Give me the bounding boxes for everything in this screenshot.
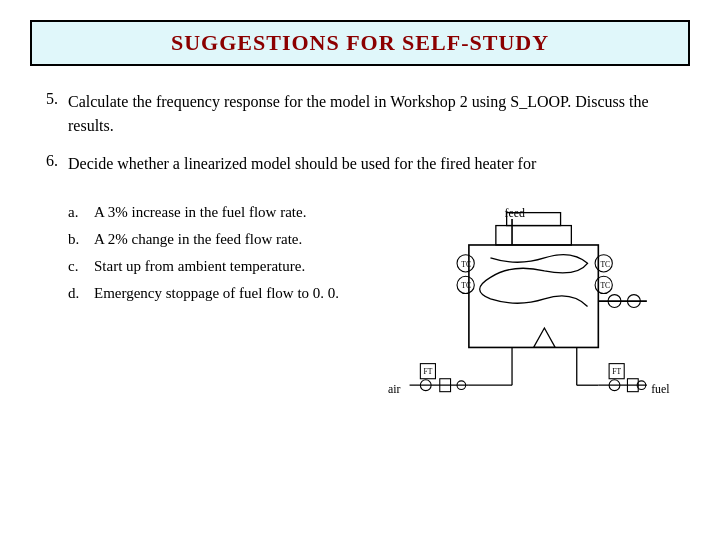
svg-text:TC: TC xyxy=(600,281,610,290)
svg-marker-4 xyxy=(534,328,556,347)
list-item-6: 6. Decide whether a linearized model sho… xyxy=(30,152,690,176)
title-box: SUGGESTIONS FOR SELF-STUDY xyxy=(30,20,690,66)
sub-section: a. A 3% increase in the fuel flow rate. … xyxy=(30,202,690,433)
sub-item-c: c. Start up from ambient temperature. xyxy=(68,256,368,277)
item-number-6: 6. xyxy=(30,152,58,170)
air-label: air xyxy=(388,382,401,396)
content-area: 5. Calculate the frequency response for … xyxy=(30,90,690,520)
diagram-area: feed air xyxy=(388,202,690,433)
sub-label-d: d. xyxy=(68,283,88,304)
page: SUGGESTIONS FOR SELF-STUDY 5. Calculate … xyxy=(0,0,720,540)
item-text-5: Calculate the frequency response for the… xyxy=(68,90,690,138)
list-item-5: 5. Calculate the frequency response for … xyxy=(30,90,690,138)
sub-label-a: a. xyxy=(68,202,88,223)
svg-text:TC: TC xyxy=(461,281,471,290)
fuel-label: fuel xyxy=(651,382,670,396)
spacer xyxy=(30,202,58,433)
sub-label-b: b. xyxy=(68,229,88,250)
page-title: SUGGESTIONS FOR SELF-STUDY xyxy=(171,30,549,55)
svg-text:FT: FT xyxy=(612,367,621,376)
svg-rect-2 xyxy=(496,226,572,245)
fired-heater-diagram: feed air xyxy=(388,202,690,433)
sub-text-c: Start up from ambient temperature. xyxy=(94,256,305,277)
sub-item-b: b. A 2% change in the feed flow rate. xyxy=(68,229,368,250)
svg-text:TC: TC xyxy=(461,260,471,269)
sub-list: a. A 3% increase in the fuel flow rate. … xyxy=(68,202,368,433)
sub-label-c: c. xyxy=(68,256,88,277)
item-number-5: 5. xyxy=(30,90,58,108)
sub-text-a: A 3% increase in the fuel flow rate. xyxy=(94,202,306,223)
sub-text-d: Emergency stoppage of fuel flow to 0. 0. xyxy=(94,283,339,304)
sub-item-d: d. Emergency stoppage of fuel flow to 0.… xyxy=(68,283,368,304)
sub-item-a: a. A 3% increase in the fuel flow rate. xyxy=(68,202,368,223)
svg-text:FT: FT xyxy=(424,367,433,376)
svg-text:TC: TC xyxy=(600,260,610,269)
item-text-6: Decide whether a linearized model should… xyxy=(68,152,690,176)
sub-text-b: A 2% change in the feed flow rate. xyxy=(94,229,302,250)
